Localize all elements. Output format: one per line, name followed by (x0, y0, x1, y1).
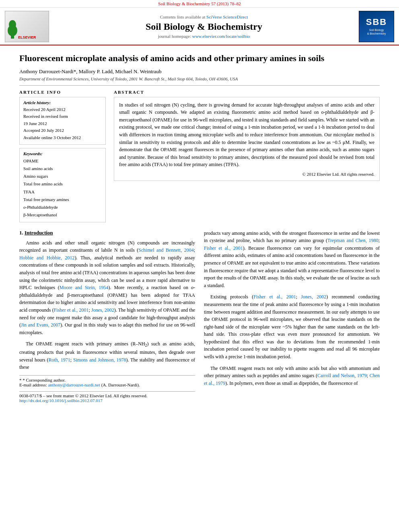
intro-para-2: The OPAME reagent reacts with primary am… (19, 340, 195, 371)
article-info-column: ARTICLE INFO Article history: Received 2… (19, 90, 106, 222)
divider-1 (19, 85, 380, 86)
svg-text:ELSEVIER: ELSEVIER (18, 35, 36, 39)
history-label: Article history: (23, 100, 102, 105)
banner-text: Soil Biology & Biochemistry 57 (2013) 78… (158, 1, 241, 6)
issn-line: 0038-0717/$ – see front matter © 2012 El… (19, 393, 195, 398)
authors: Anthony Darrouzet-Nardi*, Mallory P. Lad… (19, 68, 380, 75)
right-para-2: Existing protocols (Fisher et al., 2001;… (204, 293, 380, 360)
ref-simons[interactable]: Simons and Johnson, 1978 (73, 357, 126, 363)
keywords-label: Keywords: (23, 151, 102, 156)
elsevier-logo-left: ELSEVIER (5, 11, 49, 42)
top-banner: Soil Biology & Biochemistry 57 (2013) 78… (0, 0, 399, 8)
doi-line: http://dx.doi.org/10.1016/j.soilbio.2012… (19, 398, 195, 403)
right-para-1: products vary among amino acids, with th… (204, 230, 380, 290)
keyword-tfpa: Total free primary amines (23, 196, 102, 203)
page-footer: 0038-0717/$ – see front matter © 2012 El… (19, 391, 195, 403)
nelson-text: Nelson (341, 373, 354, 378)
email-line: E-mail address: anthony@darrouzet-nardi.… (19, 382, 195, 387)
ref-fisher2001c[interactable]: Fisher et al., 2001 (253, 294, 296, 300)
then-word: then (158, 349, 167, 355)
ref-trepman[interactable]: Trepman and Chen, 1980 (327, 238, 378, 243)
right-para-3: The OPAME reagent reacts not only with a… (204, 365, 380, 387)
affiliation: Department of Environmental Sciences, Un… (19, 76, 380, 81)
section-1-heading: 1. Introduction (19, 230, 195, 236)
ref-jin[interactable]: Jin and Evans, 2007 (21, 322, 60, 328)
keyword-soil-amino: Soil amino acids (23, 165, 102, 173)
ref-jones2002b[interactable]: Jones, 2002 (301, 294, 326, 300)
ref-carroll[interactable]: Carroll and Nelson, 1979 (317, 373, 367, 378)
copyright-text: © 2012 Elsevier Ltd. All rights reserved… (119, 172, 374, 177)
homepage-link[interactable]: www.elsevier.com/locate/soilbio (192, 34, 250, 39)
article-history-box: Article history: Received 20 April 2012 … (19, 97, 106, 145)
homepage-line: journal homepage: www.elsevier.com/locat… (52, 34, 356, 39)
abstract-text: In studies of soil nitrogen (N) cycling,… (119, 101, 374, 168)
elsevier-tree-icon: ELSEVIER (7, 12, 47, 41)
journal-center-info: Contents lists available at SciVerse Sci… (52, 14, 356, 39)
logo-subtitle: Soil Biology& Biochemistry (367, 28, 386, 35)
svg-point-2 (9, 20, 16, 29)
revised-date: 19 June 2012 (23, 120, 102, 127)
article-info-label: ARTICLE INFO (19, 90, 106, 94)
logo-letters: SBB (366, 18, 387, 27)
keyword-ophthal: o-Phthaldialdehyde (23, 203, 102, 211)
journal-logo-right: SBB Soil Biology& Biochemistry (359, 11, 394, 42)
keyword-tfaa: Total free amino acids (23, 180, 102, 188)
footnote-section: * * Corresponding author. E-mail address… (19, 375, 195, 387)
email-link[interactable]: anthony@darrouzet-nardi.net (48, 382, 100, 387)
journal-header: ELSEVIER Contents lists available at Sci… (0, 8, 399, 45)
body-section: 1. Introduction Amino acids and other sm… (19, 230, 380, 403)
body-left-column: 1. Introduction Amino acids and other sm… (19, 230, 195, 403)
body-right-column: products vary among amino acids, with th… (204, 230, 380, 403)
keywords-box: Keywords: OPAME Soil amino acids Amino s… (19, 148, 106, 222)
corresponding-author-label: * * Corresponding author. (19, 378, 195, 382)
section-number: 1. (19, 230, 25, 236)
email-suffix: (A. Darrouzet-Nardi). (100, 382, 140, 387)
abstract-label: ABSTRACT (114, 90, 380, 94)
keyword-mercapto: β-Mercaptoethanol (23, 211, 102, 219)
ref-schimel[interactable]: Schimel and Bennett, 2004 (138, 247, 193, 253)
article-title: Fluorescent microplate analysis of amino… (19, 53, 380, 64)
revised-label: Received in revised form (23, 113, 102, 120)
doi-link[interactable]: http://dx.doi.org/10.1016/j.soilbio.2012… (19, 398, 103, 403)
sciverse-text: Contents lists available at SciVerse Sci… (52, 14, 356, 19)
ref-fisher2001[interactable]: Fisher et al., 2001 (54, 307, 89, 313)
abstract-column: ABSTRACT In studies of soil nitrogen (N)… (114, 90, 380, 222)
ref-jones2002[interactable]: Jones, 2002 (91, 307, 114, 313)
abstract-box: In studies of soil nitrogen (N) cycling,… (114, 97, 380, 181)
ref-fisher2001b[interactable]: Fisher et al., 2001 (204, 245, 243, 251)
intro-para-1: Amino acids and other small organic nitr… (19, 239, 195, 337)
ref-hobbie[interactable]: Hobbie and Hobbie, 2012 (19, 255, 75, 261)
keyword-tfaa-abbr: TFAA (23, 188, 102, 196)
accepted-date: Accepted 20 July 2012 (23, 127, 102, 134)
ref-roth[interactable]: Roth, 1971 (48, 357, 70, 363)
keyword-amino-sugars: Amino sugars (23, 173, 102, 180)
keyword-opame: OPAME (23, 157, 102, 165)
ref-moore[interactable]: Moore and Stein, 1954 (60, 285, 109, 290)
main-content: Fluorescent microplate analysis of amino… (0, 45, 399, 407)
available-date: Available online 3 October 2012 (23, 134, 102, 142)
received-date: Received 20 April 2012 (23, 106, 102, 113)
sciverse-link[interactable]: SciVerse ScienceDirect (206, 14, 248, 19)
article-info-abstract: ARTICLE INFO Article history: Received 2… (19, 90, 380, 222)
section-title: Introduction (25, 230, 53, 236)
journal-title-header: Soil Biology & Biochemistry (52, 21, 356, 33)
